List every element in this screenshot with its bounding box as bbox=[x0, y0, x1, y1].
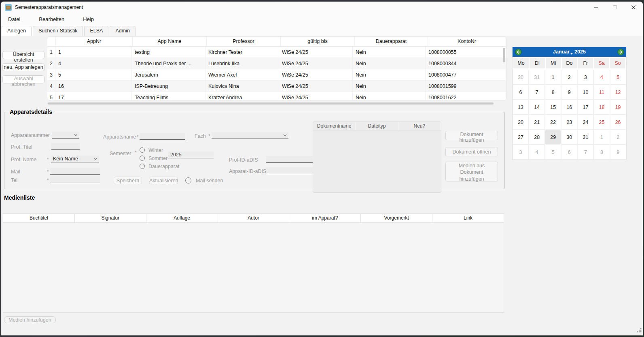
calendar-day[interactable]: 12 bbox=[610, 85, 626, 100]
next-month-button[interactable] bbox=[616, 48, 625, 56]
table-horizontal-scrollbar[interactable] bbox=[47, 102, 506, 105]
prof-id-adis-field[interactable] bbox=[266, 156, 314, 163]
uebersicht-erstellen-button[interactable]: Übersicht erstellen bbox=[2, 51, 44, 59]
menu-datei[interactable]: Datei bbox=[3, 15, 25, 24]
header-kontonr[interactable]: KontoNr bbox=[428, 37, 506, 47]
maximize-button[interactable] bbox=[606, 2, 624, 13]
calendar-day[interactable]: 26 bbox=[610, 115, 626, 130]
calendar-day[interactable]: 14 bbox=[529, 100, 545, 115]
header-buchtitel[interactable]: Buchtitel bbox=[3, 214, 75, 222]
calendar-day[interactable]: 30 bbox=[513, 70, 529, 85]
calendar-day[interactable]: 31 bbox=[577, 130, 593, 145]
calendar-day[interactable]: 4 bbox=[593, 70, 610, 85]
calendar-day[interactable]: 30 bbox=[561, 130, 577, 145]
menu-bearbeiten[interactable]: Bearbeiten bbox=[34, 15, 69, 24]
resize-grip[interactable] bbox=[637, 327, 642, 334]
calendar-day[interactable]: 24 bbox=[577, 115, 593, 130]
tel-field[interactable] bbox=[50, 176, 100, 183]
calendar-day[interactable]: 13 bbox=[513, 100, 529, 115]
calendar-day[interactable]: 5 bbox=[610, 70, 626, 85]
apparatsname-field[interactable] bbox=[140, 133, 185, 140]
header-dateityp[interactable]: Dateityp bbox=[356, 122, 398, 130]
calendar-day[interactable]: 6 bbox=[561, 145, 577, 160]
calendar-day[interactable]: 8 bbox=[593, 145, 610, 160]
calendar-day[interactable]: 11 bbox=[593, 85, 610, 100]
calendar-day[interactable]: 2 bbox=[561, 70, 577, 85]
calendar-month-year[interactable]: Januar2025 bbox=[522, 49, 616, 55]
minimize-button[interactable] bbox=[587, 2, 606, 13]
table-row[interactable]: 3 5 Jerusalem Wiemer Axel WiSe 24/25 Nei… bbox=[47, 69, 506, 81]
neu-app-anlegen-button[interactable]: neu. App anlegen bbox=[2, 63, 44, 71]
tab-elsa[interactable]: ELSA bbox=[84, 26, 108, 36]
header-app-name[interactable]: App Name bbox=[133, 37, 207, 47]
calendar-day[interactable]: 8 bbox=[545, 85, 561, 100]
jahr-field[interactable] bbox=[168, 151, 214, 158]
scrollbar-thumb[interactable] bbox=[503, 48, 505, 62]
header-gueltig-bis[interactable]: gültig bis bbox=[281, 37, 355, 47]
calendar-day[interactable]: 1 bbox=[545, 70, 561, 85]
calendar-day[interactable]: 7 bbox=[529, 85, 545, 100]
tab-suchen-statistik[interactable]: Suchen / Statistik bbox=[33, 26, 83, 36]
scrollbar-thumb[interactable] bbox=[48, 102, 494, 105]
calendar-day[interactable]: 25 bbox=[593, 115, 610, 130]
calendar-day[interactable]: 21 bbox=[529, 115, 545, 130]
mail-senden-checkbox[interactable] bbox=[185, 177, 191, 183]
prof-name-combobox[interactable]: Kein Name bbox=[51, 156, 99, 162]
header-signatur[interactable]: Signatur bbox=[75, 214, 146, 222]
header-vorgemerkt[interactable]: Vorgemerkt bbox=[361, 214, 432, 222]
header-dauerapparat[interactable]: Dauerapparat bbox=[355, 37, 428, 47]
speichern-button[interactable]: Speichern bbox=[114, 177, 142, 184]
calendar-day[interactable]: 4 bbox=[529, 145, 545, 160]
calendar-day[interactable]: 20 bbox=[513, 115, 529, 130]
header-link[interactable]: Link bbox=[432, 214, 504, 222]
calendar-day[interactable]: 3 bbox=[513, 145, 529, 160]
dauerapparat-radio[interactable] bbox=[140, 164, 145, 169]
calendar-day[interactable]: 6 bbox=[513, 85, 529, 100]
calendar-day[interactable]: 3 bbox=[577, 70, 593, 85]
header-appnr[interactable]: AppNr bbox=[56, 37, 133, 47]
calendar-day[interactable]: 27 bbox=[513, 130, 529, 145]
calendar-day[interactable]: 9 bbox=[561, 85, 577, 100]
header-autor[interactable]: Autor bbox=[218, 214, 290, 222]
apparat-id-adis-field[interactable] bbox=[266, 167, 314, 174]
table-row[interactable]: 4 16 ISP-Betreuung Kulovics Nina WiSe 24… bbox=[47, 81, 506, 92]
prev-month-button[interactable] bbox=[514, 48, 522, 56]
calendar-day[interactable]: 16 bbox=[561, 100, 577, 115]
calendar-day[interactable]: 28 bbox=[529, 130, 545, 145]
medien-aus-dokument-button[interactable]: Medien aus Dokument hinzufügen bbox=[445, 162, 498, 181]
header-neu[interactable]: Neu? bbox=[398, 122, 441, 130]
calendar-day[interactable]: 17 bbox=[577, 100, 593, 115]
fach-combobox[interactable] bbox=[212, 132, 288, 139]
calendar-day[interactable]: 9 bbox=[610, 145, 626, 160]
calendar-day[interactable]: 2 bbox=[610, 130, 626, 145]
table-row[interactable]: 2 4 Theorie und Praxis der ... Lüsebrink… bbox=[47, 58, 506, 69]
calendar-day-today[interactable]: 29 bbox=[545, 130, 561, 145]
calendar-month[interactable]: Januar bbox=[553, 49, 570, 55]
calendar-day[interactable]: 19 bbox=[610, 100, 626, 115]
table-vertical-scrollbar[interactable] bbox=[502, 47, 506, 98]
calendar-day[interactable]: 7 bbox=[577, 145, 593, 160]
calendar-year[interactable]: 2025 bbox=[574, 49, 586, 55]
apparatsnummer-combobox[interactable] bbox=[52, 132, 79, 139]
tab-admin[interactable]: Admin bbox=[110, 26, 135, 36]
calendar-day[interactable]: 31 bbox=[529, 70, 545, 85]
table-row[interactable]: 1 1 testing Kirchner Tester WiSe 24/25 N… bbox=[47, 47, 506, 58]
header-im-apparat[interactable]: im Apparat? bbox=[289, 214, 361, 222]
calendar-day[interactable]: 23 bbox=[561, 115, 577, 130]
calendar-day[interactable]: 15 bbox=[545, 100, 561, 115]
dokument-oeffnen-button[interactable]: Dokument öffnen bbox=[445, 147, 498, 156]
calendar-day[interactable]: 22 bbox=[545, 115, 561, 130]
dokument-hinzufuegen-button[interactable]: Dokument hinzufügen bbox=[445, 131, 498, 140]
prof-titel-field[interactable] bbox=[51, 143, 80, 150]
mail-field[interactable] bbox=[50, 168, 100, 175]
close-button[interactable] bbox=[624, 2, 643, 13]
calendar-day[interactable]: 5 bbox=[545, 145, 561, 160]
header-auflage[interactable]: Auflage bbox=[146, 214, 218, 222]
winter-radio[interactable] bbox=[140, 147, 145, 153]
auswahl-abbrechen-button[interactable]: Auswahl abbrechen bbox=[2, 75, 44, 83]
tab-anlegen[interactable]: Anlegen bbox=[2, 26, 32, 36]
menu-help[interactable]: Help bbox=[78, 15, 99, 24]
calendar-day[interactable]: 18 bbox=[593, 100, 610, 115]
header-professor[interactable]: Professor bbox=[207, 37, 281, 47]
table-row[interactable]: 5 17 Teaching Films Kratzer Andrea WiSe … bbox=[47, 92, 506, 100]
